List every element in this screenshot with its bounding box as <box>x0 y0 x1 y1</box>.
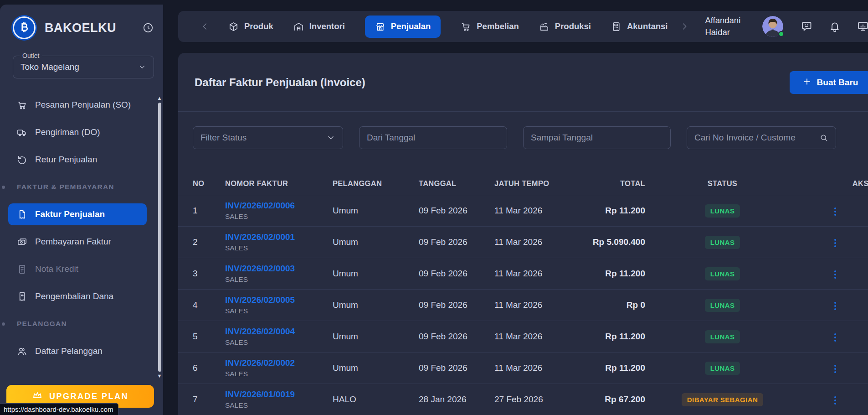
sidebar-item-faktur-penjualan[interactable]: Faktur Penjualan <box>8 203 147 225</box>
nav-scroll-right-icon[interactable] <box>679 21 689 31</box>
sidebar-item-pengiriman-do[interactable]: Pengiriman (DO) <box>8 121 147 143</box>
total-cell: Rp 11.200 <box>586 363 645 373</box>
date-cell: 09 Feb 2026 <box>419 300 494 310</box>
col-due: JATUH TEMPO <box>494 179 586 188</box>
date-cell: 28 Jan 2026 <box>419 394 494 405</box>
notifications-bell-icon[interactable] <box>829 21 841 32</box>
sidebar-header: BAKOELKU <box>0 5 163 39</box>
status-filter-select[interactable]: Filter Status <box>193 126 343 149</box>
truck-icon <box>17 127 27 138</box>
date-to-input[interactable] <box>531 133 663 143</box>
row-actions-button[interactable] <box>830 299 841 313</box>
note-icon <box>17 264 27 275</box>
due-date-cell: 11 Mar 2026 <box>494 269 586 279</box>
sidebar-item-pengembalian-dana[interactable]: Pengembalian Dana <box>8 285 147 307</box>
date-cell: 09 Feb 2026 <box>419 237 494 247</box>
sidebar-item-retur-penjualan[interactable]: Retur Penjualan <box>8 149 147 171</box>
date-to-field[interactable] <box>523 126 671 149</box>
row-actions-button[interactable] <box>830 236 841 250</box>
tab-inventori[interactable]: Inventori <box>293 16 345 38</box>
invoice-link[interactable]: INV/2026/02/0003 <box>225 264 333 274</box>
invoice-link[interactable]: INV/2026/02/0005 <box>225 295 333 305</box>
scroll-down-icon[interactable]: ▼ <box>157 374 162 379</box>
col-actions: AKSI <box>800 179 868 188</box>
customer-cell: Umum <box>333 269 419 279</box>
sidebar-scrollbar[interactable]: ▲ ▼ <box>157 96 162 379</box>
tab-produksi[interactable]: Produksi <box>539 16 591 38</box>
plus-icon <box>802 77 812 88</box>
sidebar-item-nota-kredit[interactable]: Nota Kredit <box>8 258 147 280</box>
app-window: BAKOELKU Outlet Toko Magelang Pesanan Pe… <box>0 0 868 415</box>
invoice-link[interactable]: INV/2026/02/0006 <box>225 201 333 211</box>
tab-label: Pembelian <box>477 21 519 31</box>
tab-label: Produk <box>244 21 273 31</box>
sidebar-item-label: Nota Kredit <box>35 264 78 274</box>
tab-pembelian[interactable]: Pembelian <box>461 16 519 38</box>
filter-bar: Filter Status <box>178 112 868 149</box>
outlet-value: Toko Magelang <box>21 62 138 72</box>
due-date-cell: 11 Mar 2026 <box>494 206 586 216</box>
activity-monitor-icon[interactable] <box>857 21 868 32</box>
status-badge: DIBAYAR SEBAGIAN <box>682 393 763 406</box>
date-from-input[interactable] <box>367 133 499 143</box>
create-invoice-label: Buat Baru <box>817 78 858 88</box>
sidebar-collapse-icon[interactable] <box>142 22 154 34</box>
table-row: 3 INV/2026/02/0003 SALES Umum 09 Feb 202… <box>178 258 868 289</box>
store-icon <box>375 21 385 32</box>
tab-akuntansi[interactable]: Akuntansi <box>611 16 668 38</box>
sidebar-item-daftar-pelanggan[interactable]: Daftar Pelanggan <box>8 340 147 362</box>
row-actions-button[interactable] <box>830 362 841 376</box>
scroll-up-icon[interactable]: ▲ <box>157 96 162 101</box>
col-total: TOTAL <box>586 179 645 188</box>
date-cell: 09 Feb 2026 <box>419 332 494 342</box>
due-date-cell: 11 Mar 2026 <box>494 363 586 373</box>
section-bullet-icon <box>2 322 5 326</box>
feedback-chat-icon[interactable] <box>801 21 812 32</box>
sidebar-item-label: Pembayaran Faktur <box>35 237 111 247</box>
row-number: 6 <box>193 363 225 373</box>
user-name[interactable]: Affandani Haidar <box>705 15 750 38</box>
outlet-select[interactable]: Outlet Toko Magelang <box>13 56 154 78</box>
invoice-link[interactable]: INV/2026/02/0004 <box>225 327 333 337</box>
row-number: 2 <box>193 237 225 247</box>
date-from-field[interactable] <box>359 126 507 149</box>
sidebar-item-pesanan-penjualan-so[interactable]: Pesanan Penjualan (SO) <box>8 94 147 116</box>
chevron-down-icon <box>138 63 146 71</box>
sidebar-item-label: Retur Penjualan <box>35 155 97 165</box>
tab-penjualan[interactable]: Penjualan <box>365 16 441 38</box>
status-badge: LUNAS <box>705 204 740 218</box>
create-invoice-button[interactable]: Buat Baru <box>790 71 868 94</box>
total-cell: Rp 11.200 <box>586 332 645 342</box>
sidebar-section-label: PELANGGAN <box>8 313 147 335</box>
tab-produk[interactable]: Produk <box>228 16 273 38</box>
sidebar-menu: Pesanan Penjualan (SO)Pengiriman (DO)Ret… <box>8 94 147 362</box>
row-actions-button[interactable] <box>830 268 841 281</box>
sidebar-item-label: Pengembalian Dana <box>35 291 113 301</box>
sidebar-item-pembayaran-faktur[interactable]: Pembayaran Faktur <box>8 231 147 253</box>
upgrade-plan-label: UPGRADE PLAN <box>49 392 128 401</box>
return-icon <box>17 155 27 165</box>
sidebar-section-label: FAKTUR & PEMBAYARAN <box>8 176 147 198</box>
table-row: 6 INV/2026/02/0002 SALES Umum 09 Feb 202… <box>178 352 868 384</box>
search-field[interactable] <box>687 126 836 149</box>
chevron-down-icon <box>326 133 335 142</box>
row-actions-button[interactable] <box>830 205 841 218</box>
scrollbar-thumb[interactable] <box>158 103 161 372</box>
sidebar: BAKOELKU Outlet Toko Magelang Pesanan Pe… <box>0 5 163 415</box>
row-actions-button[interactable] <box>830 394 841 407</box>
invoice-doc-type: SALES <box>225 307 333 315</box>
avatar[interactable] <box>762 16 783 37</box>
due-date-cell: 27 Feb 2026 <box>494 394 586 405</box>
table-row: 7 INV/2026/01/0019 SALES HALO 28 Jan 202… <box>178 384 868 415</box>
search-input[interactable] <box>694 133 815 143</box>
total-cell: Rp 11.200 <box>586 206 645 216</box>
total-cell: Rp 0 <box>586 300 645 310</box>
top-navigation: ProdukInventoriPenjualanPembelianProduks… <box>178 11 868 42</box>
invoice-link[interactable]: INV/2026/02/0002 <box>225 358 333 368</box>
row-actions-button[interactable] <box>830 331 841 344</box>
nav-scroll-left-icon[interactable] <box>200 21 210 31</box>
invoice-link[interactable]: INV/2026/02/0001 <box>225 232 333 242</box>
status-badge: LUNAS <box>705 236 740 249</box>
invoice-link[interactable]: INV/2026/01/0019 <box>225 389 333 399</box>
tab-label: Penjualan <box>391 21 431 31</box>
